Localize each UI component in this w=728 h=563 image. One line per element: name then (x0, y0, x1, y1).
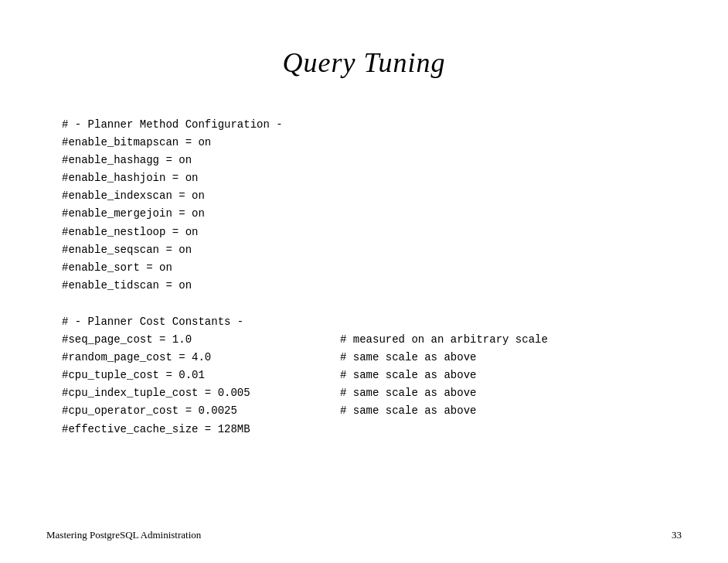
planner-cost-section: # - Planner Cost Constants -#seq_page_co… (62, 313, 682, 438)
code-left: #random_page_cost = 4.0 (62, 349, 340, 367)
code-left: #enable_hashagg = on (62, 152, 340, 169)
code-left: #enable_mergejoin = on (62, 205, 340, 223)
planner-method-section: # - Planner Method Configuration -#enabl… (62, 116, 682, 295)
page-title: Query Tuning (46, 46, 682, 79)
code-line: #effective_cache_size = 128MB (62, 421, 682, 438)
code-line: #enable_indexscan = on (62, 187, 682, 205)
code-line: #enable_sort = on (62, 259, 682, 277)
code-line: # - Planner Method Configuration - (62, 116, 682, 134)
code-left: #enable_tidscan = on (62, 277, 340, 295)
content-area: # - Planner Method Configuration -#enabl… (46, 116, 682, 438)
code-left: #enable_bitmapscan = on (62, 134, 340, 152)
code-line: #random_page_cost = 4.0# same scale as a… (62, 349, 682, 367)
code-left: #enable_indexscan = on (62, 187, 340, 205)
code-line: #cpu_index_tuple_cost = 0.005# same scal… (62, 384, 682, 402)
code-right: # same scale as above (340, 367, 476, 384)
footer-left: Mastering PostgreSQL Administration (46, 529, 201, 541)
code-right: # measured on an arbitrary scale (340, 331, 548, 349)
code-right: # same scale as above (340, 384, 476, 402)
code-line: #enable_bitmapscan = on (62, 134, 682, 152)
code-left: #seq_page_cost = 1.0 (62, 331, 340, 349)
code-left: #cpu_operator_cost = 0.0025 (62, 402, 340, 420)
code-line: #enable_mergejoin = on (62, 205, 682, 223)
page-footer: Mastering PostgreSQL Administration 33 (46, 529, 682, 541)
page: Query Tuning # - Planner Method Configur… (0, 0, 728, 563)
code-left: # - Planner Method Configuration - (62, 116, 340, 134)
footer-right: 33 (672, 529, 682, 541)
code-line: #enable_tidscan = on (62, 277, 682, 295)
code-line: #enable_seqscan = on (62, 241, 682, 259)
code-line: # - Planner Cost Constants - (62, 313, 682, 331)
code-left: #enable_sort = on (62, 259, 340, 277)
code-line: #enable_hashjoin = on (62, 169, 682, 187)
code-line: #enable_hashagg = on (62, 152, 682, 169)
code-block: # - Planner Method Configuration -#enabl… (62, 116, 682, 438)
code-left: # - Planner Cost Constants - (62, 313, 340, 331)
code-right: # same scale as above (340, 349, 476, 367)
code-left: #enable_hashjoin = on (62, 169, 340, 187)
code-line: #seq_page_cost = 1.0# measured on an arb… (62, 331, 682, 349)
code-left: #cpu_index_tuple_cost = 0.005 (62, 384, 340, 402)
code-left: #cpu_tuple_cost = 0.01 (62, 367, 340, 384)
code-line: #cpu_operator_cost = 0.0025# same scale … (62, 402, 682, 420)
code-left: #effective_cache_size = 128MB (62, 421, 340, 438)
code-left: #enable_nestloop = on (62, 223, 340, 241)
code-line: #enable_nestloop = on (62, 223, 682, 241)
code-line: #cpu_tuple_cost = 0.01# same scale as ab… (62, 367, 682, 384)
code-right: # same scale as above (340, 402, 476, 420)
code-left: #enable_seqscan = on (62, 241, 340, 259)
